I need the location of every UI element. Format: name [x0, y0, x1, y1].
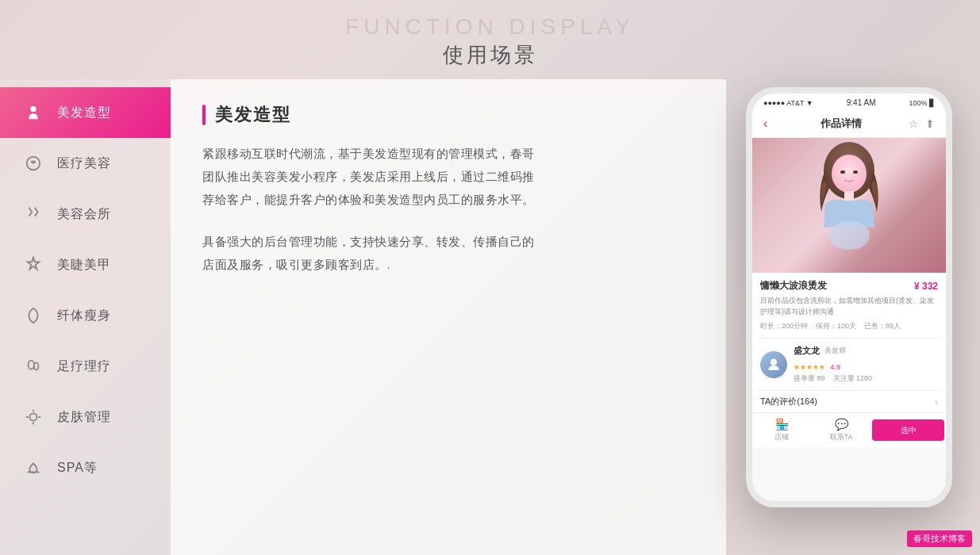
star-rating-icons: ★★★★★ [794, 363, 825, 371]
sidebar-label-salon: 美容会所 [57, 206, 111, 223]
stylist-role: 美发师 [824, 346, 846, 356]
svg-point-11 [771, 358, 777, 365]
sidebar-label-spa: SPA等 [57, 460, 98, 477]
svg-point-10 [828, 221, 870, 250]
phone-area: ●●●●● AT&T ▼ 9:41 AM 100% ▊ ‹ 作品详情 ☆ ⬆ [726, 79, 980, 555]
stylist-info: 盛文龙 美发师 ★★★★★ 4.9 接单量 89 关注量 1280 [794, 345, 938, 384]
share-icon[interactable]: ⬆ [925, 117, 935, 130]
product-desc-text: 目前作品仅包含洗剪吹，如需增加其他项目(烫发、染发护理等)请与设计师沟通 [760, 296, 938, 317]
content-title: 美发造型 [215, 103, 291, 127]
store-icon: 🏪 [775, 418, 789, 431]
bottom-contact-item[interactable]: 💬 联系TA [812, 418, 871, 442]
svg-point-8 [853, 170, 858, 174]
phone-product-info: 慵懒大波浪烫发 ¥ 332 目前作品仅包含洗剪吹，如需增加其他项目(烫发、染发护… [752, 273, 946, 338]
contact-label: 联系TA [830, 432, 853, 442]
stylist-orders: 接单量 89 [794, 374, 825, 382]
product-price: ¥ 332 [914, 281, 938, 292]
sidebar-item-hair[interactable]: 美发造型 [0, 87, 171, 138]
svg-point-0 [30, 106, 36, 112]
sidebar: 美发造型 医疗美容 美容会所 [0, 79, 171, 555]
sidebar-label-hair: 美发造型 [57, 105, 111, 121]
avatar-icon [766, 357, 782, 373]
nail-icon [22, 254, 44, 276]
product-name-row: 慵懒大波浪烫发 ¥ 332 [760, 279, 938, 293]
back-icon[interactable]: ‹ [763, 117, 767, 131]
product-meta: 时长：200分钟 保持：100天 已售：89人 [760, 321, 938, 331]
sidebar-item-foot[interactable]: 足疗理疗 [0, 341, 171, 392]
bottom-select-button[interactable]: 选中 [872, 419, 944, 441]
store-label: 店铺 [774, 432, 789, 442]
skin-icon [22, 406, 44, 428]
nav-title: 作品详情 [774, 117, 909, 131]
product-guarantee: 保持：100天 [816, 321, 856, 331]
select-label: 选中 [901, 425, 917, 436]
sidebar-item-medical[interactable]: 医疗美容 [0, 138, 171, 189]
sidebar-label-nail: 美睫美甲 [57, 257, 111, 274]
svg-point-7 [840, 170, 845, 174]
bottom-store-item[interactable]: 🏪 店铺 [752, 418, 812, 442]
phone-stylist-section: 盛文龙 美发师 ★★★★★ 4.9 接单量 89 关注量 1280 [752, 339, 946, 390]
product-duration: 时长：200分钟 [760, 321, 808, 331]
phone-nav-bar: ‹ 作品详情 ☆ ⬆ [752, 110, 946, 138]
phone-status-bar: ●●●●● AT&T ▼ 9:41 AM 100% ▊ [752, 94, 946, 110]
hair-icon [22, 101, 44, 124]
content-area: 美发造型 紧跟移动互联时代潮流，基于美发造型现有的管理模式，春哥团队推出美容美发… [171, 79, 726, 555]
nav-icons: ☆ ⬆ [909, 117, 935, 130]
phone-review-section[interactable]: TA的评价(164) › [752, 391, 946, 412]
watermark: 春哥技术博客 [907, 530, 972, 547]
product-sold: 已售：89人 [864, 321, 901, 331]
status-left: ●●●●● AT&T ▼ [763, 99, 813, 107]
svg-point-2 [29, 361, 34, 369]
stylist-avatar [760, 351, 787, 378]
stylist-rating-row: ★★★★★ 4.9 [794, 358, 938, 373]
slim-icon [22, 304, 44, 327]
sidebar-item-salon[interactable]: 美容会所 [0, 189, 171, 239]
sidebar-label-medical: 医疗美容 [57, 155, 111, 172]
phone-mockup: ●●●●● AT&T ▼ 9:41 AM 100% ▊ ‹ 作品详情 ☆ ⬆ [746, 87, 952, 507]
sidebar-item-slim[interactable]: 纤体瘦身 [0, 290, 171, 341]
sidebar-label-skin: 皮肤管理 [57, 409, 111, 426]
svg-point-3 [34, 362, 38, 369]
status-time: 9:41 AM [847, 98, 876, 107]
phone-content: 慵懒大波浪烫发 ¥ 332 目前作品仅包含洗剪吹，如需增加其他项目(烫发、染发护… [752, 138, 946, 501]
stylist-name: 盛文龙 [794, 345, 820, 357]
product-image-area [752, 138, 946, 273]
sidebar-label-slim: 纤体瘦身 [57, 308, 111, 324]
sidebar-item-spa[interactable]: SPA等 [0, 442, 171, 493]
content-desc2: 具备强大的后台管理功能，支持快速分享、转发、传播自己的店面及服务，吸引更多顾客到… [202, 231, 544, 277]
contact-icon: 💬 [835, 418, 848, 431]
status-right: 100% ▊ [909, 99, 935, 107]
stylist-meta: 接单量 89 关注量 1280 [794, 373, 938, 384]
foot-icon [22, 355, 44, 377]
page-header: FUNCTION DISPLAY 使用场景 [0, 0, 980, 69]
product-name: 慵懒大波浪烫发 [760, 279, 827, 293]
sidebar-item-skin[interactable]: 皮肤管理 [0, 392, 171, 442]
sidebar-item-nail[interactable]: 美睫美甲 [0, 239, 171, 290]
title-bar-decoration [202, 105, 206, 125]
stylist-name-row: 盛文龙 美发师 [794, 345, 938, 357]
product-image [752, 138, 946, 273]
content-title-wrap: 美发造型 [202, 103, 694, 127]
girl-illustration [801, 140, 897, 271]
salon-icon [22, 203, 44, 225]
stylist-rating-value: 4.9 [830, 363, 840, 371]
stylist-followers: 关注量 1280 [833, 374, 873, 382]
medical-icon [22, 152, 44, 174]
svg-point-6 [832, 155, 867, 193]
phone-bottom-bar: 🏪 店铺 💬 联系TA 选中 [752, 412, 946, 447]
header-en-title: FUNCTION DISPLAY [0, 14, 980, 40]
main-container: 美发造型 医疗美容 美容会所 [0, 79, 980, 555]
content-desc1: 紧跟移动互联时代潮流，基于美发造型现有的管理模式，春哥团队推出美容美发小程序，美… [202, 143, 544, 212]
spa-icon [22, 457, 44, 479]
review-title: TA的评价(164) [760, 396, 817, 408]
sidebar-label-foot: 足疗理疗 [57, 358, 111, 375]
svg-rect-9 [844, 191, 854, 201]
star-icon[interactable]: ☆ [909, 117, 919, 130]
header-zh-title: 使用场景 [0, 41, 980, 69]
svg-point-4 [29, 413, 37, 420]
review-arrow: › [935, 396, 938, 408]
